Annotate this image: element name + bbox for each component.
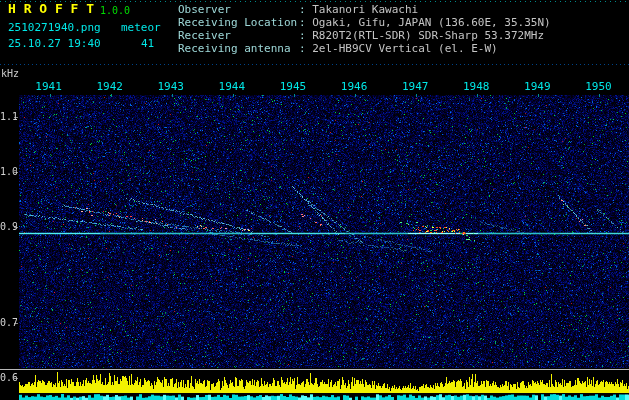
- echo-count: 41: [141, 38, 154, 50]
- info-colon: :: [299, 42, 312, 55]
- info-value: 2el-HB9CV Vertical (el. E-W): [312, 42, 497, 55]
- time-tick-label: 1941: [18, 80, 79, 93]
- freq-tick-label: 0.9: [0, 221, 17, 232]
- freq-tick-label: 0.6: [0, 372, 17, 383]
- time-tick-label: 1950: [568, 80, 629, 93]
- time-tick-label: 1946: [323, 80, 384, 93]
- info-row-location: Receiving Location : Ogaki, Gifu, JAPAN …: [178, 16, 551, 29]
- info-value: Takanori Kawachi: [312, 3, 418, 16]
- datetime-label: 25.10.27 19:40: [8, 38, 101, 50]
- time-tick-label: 1948: [446, 80, 507, 93]
- spectrogram-canvas: [0, 0, 629, 400]
- freq-tick-label: 1.1: [0, 111, 17, 122]
- info-colon: :: [299, 16, 312, 29]
- info-colon: :: [299, 3, 312, 16]
- station-info: Observer : Takanori Kawachi Receiving Lo…: [178, 3, 551, 55]
- info-row-receiver: Receiver : R820T2(RTL-SDR) SDR-Sharp 53.…: [178, 29, 551, 42]
- freq-tick-label: 0.7: [0, 317, 17, 328]
- app-version: 1.0.0: [100, 5, 130, 16]
- info-value: R820T2(RTL-SDR) SDR-Sharp 53.372MHz: [312, 29, 544, 42]
- info-row-observer: Observer : Takanori Kawachi: [178, 3, 551, 16]
- info-colon: :: [299, 29, 312, 42]
- time-tick-label: 1949: [507, 80, 568, 93]
- time-tick-label: 1944: [201, 80, 262, 93]
- time-tick-label: 1947: [385, 80, 446, 93]
- mode-label: meteor: [121, 22, 161, 34]
- hrofft-window: H R O F F T 1.0.0 2510271940.png meteor …: [0, 0, 629, 400]
- output-filename: 2510271940.png: [8, 22, 101, 34]
- time-tick-label: 1945: [262, 80, 323, 93]
- info-label: Receiver: [178, 29, 299, 42]
- info-row-antenna: Receiving antenna : 2el-HB9CV Vertical (…: [178, 42, 551, 55]
- info-label: Receiving antenna: [178, 42, 299, 55]
- time-tick-label: 1942: [79, 80, 140, 93]
- y-axis-unit: kHz: [1, 68, 19, 79]
- time-axis: 1941 1942 1943 1944 1945 1946 1947 1948 …: [18, 80, 629, 93]
- app-title: H R O F F T: [8, 2, 94, 16]
- freq-tick-label: 1.0: [0, 166, 17, 177]
- info-value: Ogaki, Gifu, JAPAN (136.60E, 35.35N): [312, 16, 550, 29]
- info-label: Receiving Location: [178, 16, 299, 29]
- info-label: Observer: [178, 3, 299, 16]
- time-tick-label: 1943: [140, 80, 201, 93]
